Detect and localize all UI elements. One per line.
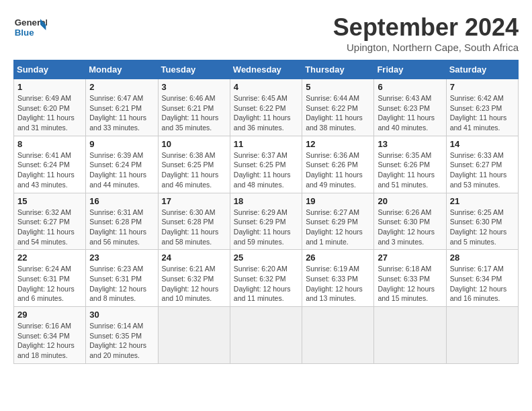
calendar-cell (158, 307, 230, 364)
logo: General Blue (13, 13, 47, 40)
day-number: 26 (306, 253, 370, 263)
day-number: 17 (162, 196, 226, 206)
calendar-cell: 12Sunrise: 6:36 AMSunset: 6:26 PMDayligh… (302, 136, 374, 193)
day-info: Sunrise: 6:43 AMSunset: 6:23 PMDaylight:… (378, 93, 442, 133)
day-info: Sunrise: 6:20 AMSunset: 6:32 PMDaylight:… (234, 264, 298, 304)
day-number: 19 (306, 196, 370, 206)
day-number: 1 (17, 82, 82, 92)
day-info: Sunrise: 6:35 AMSunset: 6:26 PMDaylight:… (378, 150, 442, 190)
calendar-cell: 27Sunrise: 6:18 AMSunset: 6:33 PMDayligh… (374, 250, 446, 307)
day-number: 18 (234, 196, 298, 206)
calendar-cell: 22Sunrise: 6:24 AMSunset: 6:31 PMDayligh… (14, 250, 86, 307)
calendar-cell: 9Sunrise: 6:39 AMSunset: 6:24 PMDaylight… (86, 136, 158, 193)
col-header-monday: Monday (86, 60, 158, 79)
calendar-cell (446, 307, 518, 364)
day-info: Sunrise: 6:42 AMSunset: 6:23 PMDaylight:… (450, 93, 515, 133)
calendar-cell (230, 307, 302, 364)
calendar-week-1: 1Sunrise: 6:49 AMSunset: 6:20 PMDaylight… (14, 79, 519, 136)
day-number: 8 (17, 139, 82, 149)
day-info: Sunrise: 6:45 AMSunset: 6:22 PMDaylight:… (234, 93, 298, 133)
day-info: Sunrise: 6:29 AMSunset: 6:29 PMDaylight:… (234, 208, 298, 247)
calendar-week-4: 22Sunrise: 6:24 AMSunset: 6:31 PMDayligh… (14, 250, 519, 307)
page-header: General Blue September 2024 Upington, No… (13, 13, 519, 53)
day-number: 10 (162, 139, 226, 149)
day-number: 6 (378, 82, 442, 92)
calendar-cell: 20Sunrise: 6:26 AMSunset: 6:30 PMDayligh… (374, 193, 446, 250)
day-info: Sunrise: 6:19 AMSunset: 6:33 PMDaylight:… (306, 264, 370, 304)
calendar-cell: 28Sunrise: 6:17 AMSunset: 6:34 PMDayligh… (446, 250, 518, 307)
calendar-cell: 10Sunrise: 6:38 AMSunset: 6:25 PMDayligh… (158, 136, 230, 193)
calendar-cell: 17Sunrise: 6:30 AMSunset: 6:28 PMDayligh… (158, 193, 230, 250)
day-info: Sunrise: 6:47 AMSunset: 6:21 PMDaylight:… (89, 93, 154, 133)
day-number: 5 (306, 82, 370, 92)
day-number: 20 (378, 196, 442, 206)
calendar-cell: 15Sunrise: 6:32 AMSunset: 6:27 PMDayligh… (14, 193, 86, 250)
col-header-sunday: Sunday (14, 60, 86, 79)
calendar-cell: 25Sunrise: 6:20 AMSunset: 6:32 PMDayligh… (230, 250, 302, 307)
day-info: Sunrise: 6:39 AMSunset: 6:24 PMDaylight:… (89, 150, 154, 190)
location: Upington, Northern Cape, South Africa (333, 42, 519, 53)
day-info: Sunrise: 6:16 AMSunset: 6:34 PMDaylight:… (17, 321, 82, 361)
day-info: Sunrise: 6:26 AMSunset: 6:30 PMDaylight:… (378, 208, 442, 247)
calendar-week-2: 8Sunrise: 6:41 AMSunset: 6:24 PMDaylight… (14, 136, 519, 193)
calendar-header-row: SundayMondayTuesdayWednesdayThursdayFrid… (14, 60, 519, 79)
logo-icon: General Blue (13, 13, 47, 40)
col-header-wednesday: Wednesday (230, 60, 302, 79)
day-number: 4 (234, 82, 298, 92)
day-info: Sunrise: 6:17 AMSunset: 6:34 PMDaylight:… (450, 264, 515, 304)
day-number: 28 (450, 253, 515, 263)
day-number: 9 (89, 139, 154, 149)
day-number: 27 (378, 253, 442, 263)
calendar-cell: 1Sunrise: 6:49 AMSunset: 6:20 PMDaylight… (14, 79, 86, 136)
day-info: Sunrise: 6:37 AMSunset: 6:25 PMDaylight:… (234, 150, 298, 190)
calendar-cell: 4Sunrise: 6:45 AMSunset: 6:22 PMDaylight… (230, 79, 302, 136)
calendar-cell: 3Sunrise: 6:46 AMSunset: 6:21 PMDaylight… (158, 79, 230, 136)
calendar-cell: 16Sunrise: 6:31 AMSunset: 6:28 PMDayligh… (86, 193, 158, 250)
day-number: 23 (89, 253, 154, 263)
calendar-cell: 19Sunrise: 6:27 AMSunset: 6:29 PMDayligh… (302, 193, 374, 250)
day-info: Sunrise: 6:24 AMSunset: 6:31 PMDaylight:… (17, 264, 82, 304)
calendar-cell: 6Sunrise: 6:43 AMSunset: 6:23 PMDaylight… (374, 79, 446, 136)
col-header-saturday: Saturday (446, 60, 518, 79)
day-info: Sunrise: 6:25 AMSunset: 6:30 PMDaylight:… (450, 208, 515, 247)
calendar-cell: 26Sunrise: 6:19 AMSunset: 6:33 PMDayligh… (302, 250, 374, 307)
calendar-cell: 13Sunrise: 6:35 AMSunset: 6:26 PMDayligh… (374, 136, 446, 193)
day-number: 16 (89, 196, 154, 206)
day-number: 30 (89, 310, 154, 320)
day-info: Sunrise: 6:14 AMSunset: 6:35 PMDaylight:… (89, 321, 154, 361)
day-number: 22 (17, 253, 82, 263)
day-number: 29 (17, 310, 82, 320)
day-info: Sunrise: 6:30 AMSunset: 6:28 PMDaylight:… (162, 208, 226, 247)
day-info: Sunrise: 6:31 AMSunset: 6:28 PMDaylight:… (89, 208, 154, 247)
calendar-cell: 18Sunrise: 6:29 AMSunset: 6:29 PMDayligh… (230, 193, 302, 250)
day-info: Sunrise: 6:46 AMSunset: 6:21 PMDaylight:… (162, 93, 226, 133)
day-info: Sunrise: 6:23 AMSunset: 6:31 PMDaylight:… (89, 264, 154, 304)
calendar-cell (374, 307, 446, 364)
calendar-cell: 8Sunrise: 6:41 AMSunset: 6:24 PMDaylight… (14, 136, 86, 193)
calendar-cell: 11Sunrise: 6:37 AMSunset: 6:25 PMDayligh… (230, 136, 302, 193)
col-header-friday: Friday (374, 60, 446, 79)
day-number: 11 (234, 139, 298, 149)
day-number: 7 (450, 82, 515, 92)
calendar-cell (302, 307, 374, 364)
day-info: Sunrise: 6:21 AMSunset: 6:32 PMDaylight:… (162, 264, 226, 304)
svg-text:Blue: Blue (15, 28, 34, 38)
title-block: September 2024 Upington, Northern Cape, … (333, 13, 519, 53)
day-number: 12 (306, 139, 370, 149)
calendar-cell: 14Sunrise: 6:33 AMSunset: 6:27 PMDayligh… (446, 136, 518, 193)
col-header-thursday: Thursday (302, 60, 374, 79)
day-number: 21 (450, 196, 515, 206)
calendar-week-3: 15Sunrise: 6:32 AMSunset: 6:27 PMDayligh… (14, 193, 519, 250)
day-number: 3 (162, 82, 226, 92)
calendar-cell: 30Sunrise: 6:14 AMSunset: 6:35 PMDayligh… (86, 307, 158, 364)
calendar-cell: 21Sunrise: 6:25 AMSunset: 6:30 PMDayligh… (446, 193, 518, 250)
day-info: Sunrise: 6:32 AMSunset: 6:27 PMDaylight:… (17, 208, 82, 247)
day-number: 2 (89, 82, 154, 92)
day-number: 13 (378, 139, 442, 149)
day-number: 15 (17, 196, 82, 206)
day-number: 24 (162, 253, 226, 263)
calendar-cell: 29Sunrise: 6:16 AMSunset: 6:34 PMDayligh… (14, 307, 86, 364)
calendar-table: SundayMondayTuesdayWednesdayThursdayFrid… (13, 60, 519, 364)
calendar-cell: 5Sunrise: 6:44 AMSunset: 6:22 PMDaylight… (302, 79, 374, 136)
day-number: 25 (234, 253, 298, 263)
